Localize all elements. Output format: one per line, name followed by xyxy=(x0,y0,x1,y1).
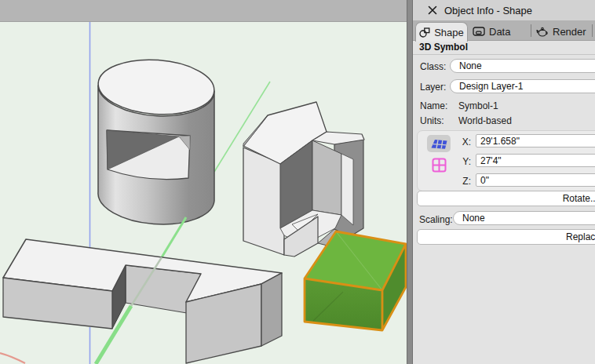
grid-2d-icon xyxy=(432,158,447,173)
x-value: 29'1.658" xyxy=(480,136,520,147)
position-3d-toggle[interactable] xyxy=(427,135,451,152)
object-info-panel: Object Info - Shape Shape Data xyxy=(413,0,595,364)
class-dropdown[interactable]: None xyxy=(450,59,595,73)
plan-3d-grid-icon xyxy=(430,138,448,149)
tab-separator xyxy=(592,24,593,37)
layer-label: Layer: xyxy=(420,82,446,93)
tab-shape[interactable]: Shape xyxy=(415,22,468,42)
y-label: Y: xyxy=(452,156,471,167)
position-2d-toggle[interactable] xyxy=(431,157,447,173)
close-icon[interactable] xyxy=(428,5,437,15)
3d-viewport[interactable] xyxy=(0,0,407,364)
panel-title: Object Info - Shape xyxy=(444,5,532,16)
coordinates-group: X: 29'1.658" Y: 27'4" Z: 0" xyxy=(417,130,595,191)
units-label: Units: xyxy=(420,115,444,126)
name-value: Symbol-1 xyxy=(458,100,498,111)
ublock-right-end-face xyxy=(261,273,282,346)
x-label: X: xyxy=(452,136,471,147)
class-value: None xyxy=(459,60,482,71)
scene-canvas xyxy=(0,0,407,364)
rotate-button[interactable]: Rotate... xyxy=(417,191,595,206)
render-teapot-icon xyxy=(535,26,549,37)
tab-data[interactable]: Data xyxy=(473,22,510,41)
replace-button-label: Replace... xyxy=(566,230,595,244)
section-title: 3D Symbol xyxy=(419,42,468,53)
panel-divider[interactable] xyxy=(407,0,413,364)
shape-tab-icon xyxy=(419,27,430,38)
name-label: Name: xyxy=(420,100,447,111)
tab-shape-label: Shape xyxy=(434,27,464,38)
panel-header: Object Info - Shape xyxy=(413,0,595,20)
tab-separator xyxy=(531,24,531,37)
star-left-face xyxy=(243,147,284,255)
data-tab-icon xyxy=(473,27,485,36)
y-value: 27'4" xyxy=(480,155,502,166)
z-value: 0" xyxy=(480,175,489,186)
class-label: Class: xyxy=(420,61,446,72)
layer-dropdown[interactable]: Design Layer-1 xyxy=(450,79,595,93)
tab-render-label: Render xyxy=(553,26,586,38)
y-input[interactable]: 27'4" xyxy=(476,154,595,167)
star-well-lit-wall xyxy=(312,140,341,215)
scaling-dropdown[interactable]: None xyxy=(453,211,595,225)
star-well-right-strip xyxy=(341,154,353,225)
z-input[interactable]: 0" xyxy=(476,173,595,187)
tab-data-label: Data xyxy=(489,26,510,38)
units-value: World-based xyxy=(458,115,512,126)
x-input[interactable]: 29'1.658" xyxy=(476,134,595,147)
tab-render[interactable]: Render xyxy=(535,22,586,41)
replace-button[interactable]: Replace... xyxy=(417,229,595,245)
tab-bar: Shape Data Render xyxy=(413,20,595,41)
scaling-label: Scaling: xyxy=(419,214,453,225)
z-label: Z: xyxy=(452,176,471,187)
viewport-toolbar-strip xyxy=(0,0,407,22)
scaling-value: None xyxy=(462,213,485,224)
cylinder-with-cutout[interactable] xyxy=(97,56,216,224)
rotate-button-label: Rotate... xyxy=(563,191,595,206)
layer-value: Design Layer-1 xyxy=(459,81,523,92)
section-divider xyxy=(413,54,595,55)
